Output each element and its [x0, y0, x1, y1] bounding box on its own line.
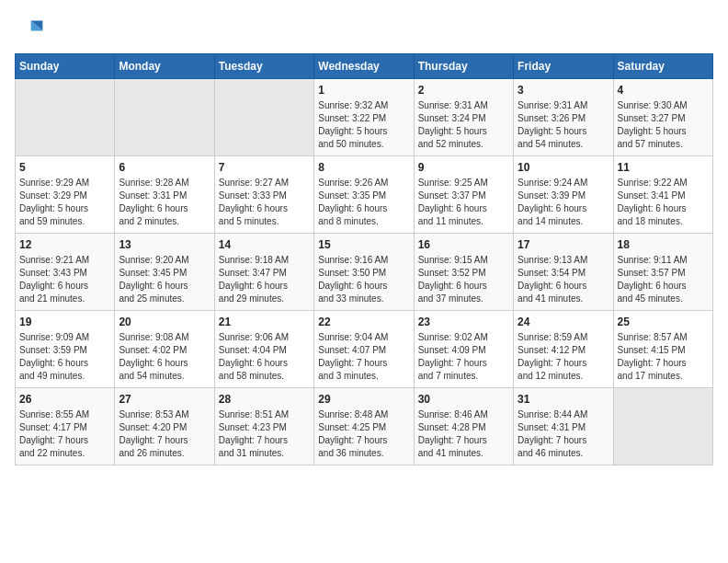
day-cell: 17Sunrise: 9:13 AM Sunset: 3:54 PM Dayli…: [514, 234, 613, 311]
day-cell: 8Sunrise: 9:26 AM Sunset: 3:35 PM Daylig…: [314, 156, 414, 234]
day-cell: 15Sunrise: 9:16 AM Sunset: 3:50 PM Dayli…: [314, 234, 414, 311]
day-cell: 27Sunrise: 8:53 AM Sunset: 4:20 PM Dayli…: [115, 388, 214, 465]
week-row-5: 26Sunrise: 8:55 AM Sunset: 4:17 PM Dayli…: [16, 388, 713, 465]
day-number: 11: [618, 161, 709, 174]
day-info: Sunrise: 8:53 AM Sunset: 4:20 PM Dayligh…: [119, 408, 210, 460]
day-number: 24: [518, 316, 609, 328]
day-info: Sunrise: 9:13 AM Sunset: 3:54 PM Dayligh…: [518, 254, 609, 305]
week-row-2: 5Sunrise: 9:29 AM Sunset: 3:29 PM Daylig…: [16, 156, 713, 234]
day-cell: 23Sunrise: 9:02 AM Sunset: 4:09 PM Dayli…: [414, 311, 513, 388]
day-info: Sunrise: 9:08 AM Sunset: 4:02 PM Dayligh…: [119, 331, 210, 383]
week-row-1: 1Sunrise: 9:32 AM Sunset: 3:22 PM Daylig…: [16, 79, 713, 156]
day-info: Sunrise: 9:31 AM Sunset: 3:24 PM Dayligh…: [418, 99, 509, 151]
week-row-4: 19Sunrise: 9:09 AM Sunset: 3:59 PM Dayli…: [16, 311, 713, 388]
day-cell: 9Sunrise: 9:25 AM Sunset: 3:37 PM Daylig…: [414, 156, 513, 234]
day-cell: 30Sunrise: 8:46 AM Sunset: 4:28 PM Dayli…: [414, 388, 513, 465]
day-number: 7: [219, 161, 310, 174]
day-info: Sunrise: 8:59 AM Sunset: 4:12 PM Dayligh…: [518, 331, 609, 383]
day-cell: 28Sunrise: 8:51 AM Sunset: 4:23 PM Dayli…: [214, 388, 313, 465]
day-cell: 14Sunrise: 9:18 AM Sunset: 3:47 PM Dayli…: [214, 234, 313, 311]
day-cell: 24Sunrise: 8:59 AM Sunset: 4:12 PM Dayli…: [514, 311, 613, 388]
weekday-header-friday: Friday: [514, 54, 613, 79]
day-number: 20: [119, 316, 210, 328]
day-cell: 18Sunrise: 9:11 AM Sunset: 3:57 PM Dayli…: [613, 234, 712, 311]
day-cell: 16Sunrise: 9:15 AM Sunset: 3:52 PM Dayli…: [414, 234, 513, 311]
day-number: 31: [518, 393, 609, 406]
day-number: 13: [119, 238, 210, 251]
day-number: 28: [219, 393, 310, 406]
day-info: Sunrise: 8:51 AM Sunset: 4:23 PM Dayligh…: [219, 408, 310, 460]
day-info: Sunrise: 9:11 AM Sunset: 3:57 PM Dayligh…: [618, 254, 709, 305]
day-cell: 5Sunrise: 9:29 AM Sunset: 3:29 PM Daylig…: [16, 156, 115, 234]
day-number: 1: [318, 84, 409, 97]
day-cell: 2Sunrise: 9:31 AM Sunset: 3:24 PM Daylig…: [414, 79, 513, 156]
day-number: 25: [618, 316, 709, 328]
day-number: 12: [19, 238, 110, 251]
day-info: Sunrise: 9:18 AM Sunset: 3:47 PM Dayligh…: [219, 254, 310, 305]
logo-icon: [15, 15, 44, 44]
day-number: 16: [418, 238, 509, 251]
day-info: Sunrise: 9:16 AM Sunset: 3:50 PM Dayligh…: [318, 254, 409, 305]
weekday-header-wednesday: Wednesday: [314, 54, 414, 79]
day-cell: 6Sunrise: 9:28 AM Sunset: 3:31 PM Daylig…: [115, 156, 214, 234]
day-number: 8: [318, 161, 409, 174]
day-number: 9: [418, 161, 509, 174]
day-number: 15: [318, 238, 409, 251]
day-cell: 21Sunrise: 9:06 AM Sunset: 4:04 PM Dayli…: [214, 311, 313, 388]
day-cell: 13Sunrise: 9:20 AM Sunset: 3:45 PM Dayli…: [115, 234, 214, 311]
page-header: [15, 15, 713, 44]
day-info: Sunrise: 8:46 AM Sunset: 4:28 PM Dayligh…: [418, 408, 509, 460]
day-cell: 25Sunrise: 8:57 AM Sunset: 4:15 PM Dayli…: [613, 311, 712, 388]
day-info: Sunrise: 9:06 AM Sunset: 4:04 PM Dayligh…: [219, 331, 310, 383]
day-cell: 10Sunrise: 9:24 AM Sunset: 3:39 PM Dayli…: [514, 156, 613, 234]
day-number: 18: [618, 238, 709, 251]
day-number: 22: [318, 316, 409, 328]
day-info: Sunrise: 9:30 AM Sunset: 3:27 PM Dayligh…: [618, 99, 709, 151]
day-info: Sunrise: 9:20 AM Sunset: 3:45 PM Dayligh…: [119, 254, 210, 305]
day-number: 27: [119, 393, 210, 406]
day-number: 6: [119, 161, 210, 174]
day-info: Sunrise: 9:21 AM Sunset: 3:43 PM Dayligh…: [19, 254, 110, 305]
day-cell: 29Sunrise: 8:48 AM Sunset: 4:25 PM Dayli…: [314, 388, 414, 465]
day-cell: 22Sunrise: 9:04 AM Sunset: 4:07 PM Dayli…: [314, 311, 414, 388]
day-cell: 12Sunrise: 9:21 AM Sunset: 3:43 PM Dayli…: [16, 234, 115, 311]
weekday-header-thursday: Thursday: [414, 54, 513, 79]
day-cell: 4Sunrise: 9:30 AM Sunset: 3:27 PM Daylig…: [613, 79, 712, 156]
day-number: 5: [19, 161, 110, 174]
day-number: 26: [19, 393, 110, 406]
day-number: 2: [418, 84, 509, 97]
day-info: Sunrise: 9:04 AM Sunset: 4:07 PM Dayligh…: [318, 331, 409, 383]
day-cell: 1Sunrise: 9:32 AM Sunset: 3:22 PM Daylig…: [314, 79, 414, 156]
weekday-header-tuesday: Tuesday: [214, 54, 313, 79]
day-info: Sunrise: 8:48 AM Sunset: 4:25 PM Dayligh…: [318, 408, 409, 460]
weekday-header-monday: Monday: [115, 54, 214, 79]
day-number: 14: [219, 238, 310, 251]
day-info: Sunrise: 8:44 AM Sunset: 4:31 PM Dayligh…: [518, 408, 609, 460]
day-number: 10: [518, 161, 609, 174]
day-cell: 11Sunrise: 9:22 AM Sunset: 3:41 PM Dayli…: [613, 156, 712, 234]
day-info: Sunrise: 9:02 AM Sunset: 4:09 PM Dayligh…: [418, 331, 509, 383]
day-cell: [214, 79, 313, 156]
day-info: Sunrise: 9:24 AM Sunset: 3:39 PM Dayligh…: [518, 177, 609, 228]
day-number: 29: [318, 393, 409, 406]
weekday-header-sunday: Sunday: [16, 54, 115, 79]
day-cell: 7Sunrise: 9:27 AM Sunset: 3:33 PM Daylig…: [214, 156, 313, 234]
weekday-header-saturday: Saturday: [613, 54, 712, 79]
day-number: 21: [219, 316, 310, 328]
calendar-table: SundayMondayTuesdayWednesdayThursdayFrid…: [15, 53, 713, 465]
day-info: Sunrise: 9:25 AM Sunset: 3:37 PM Dayligh…: [418, 177, 509, 228]
day-cell: 20Sunrise: 9:08 AM Sunset: 4:02 PM Dayli…: [115, 311, 214, 388]
day-cell: 19Sunrise: 9:09 AM Sunset: 3:59 PM Dayli…: [16, 311, 115, 388]
day-cell: 26Sunrise: 8:55 AM Sunset: 4:17 PM Dayli…: [16, 388, 115, 465]
day-number: 19: [19, 316, 110, 328]
day-info: Sunrise: 9:27 AM Sunset: 3:33 PM Dayligh…: [219, 177, 310, 228]
day-cell: [613, 388, 712, 465]
day-cell: [115, 79, 214, 156]
day-number: 17: [518, 238, 609, 251]
day-info: Sunrise: 8:57 AM Sunset: 4:15 PM Dayligh…: [618, 331, 709, 383]
weekday-header-row: SundayMondayTuesdayWednesdayThursdayFrid…: [16, 54, 713, 79]
day-info: Sunrise: 9:31 AM Sunset: 3:26 PM Dayligh…: [518, 99, 609, 151]
day-number: 4: [618, 84, 709, 97]
day-info: Sunrise: 9:22 AM Sunset: 3:41 PM Dayligh…: [618, 177, 709, 228]
day-info: Sunrise: 9:32 AM Sunset: 3:22 PM Dayligh…: [318, 99, 409, 151]
